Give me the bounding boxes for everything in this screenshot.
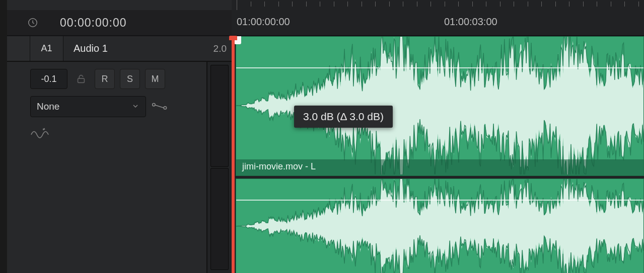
effect-dropdown-label: None [37,101,59,112]
timecode-row: 00:00:00:00 [7,10,232,36]
track-id[interactable]: A1 [30,36,63,61]
audio-clip-right[interactable] [236,178,644,273]
svg-point-3 [164,107,166,109]
left-stripe [0,0,7,273]
track-channels: 2.0 [213,43,232,54]
playhead[interactable] [232,36,235,273]
track-header: A1 Audio 1 2.0 [7,36,232,61]
timeline-tracks-area[interactable]: jimi-movie.mov - L 3.0 dB (Δ 3.0 dB) [232,36,644,273]
gain-tooltip: 3.0 dB (Δ 3.0 dB) [294,106,393,128]
solo-button[interactable]: S [120,69,140,89]
automation-curve-icon[interactable] [151,101,169,113]
chevron-down-icon [131,102,139,112]
clip-gain-line[interactable] [236,200,643,201]
meter-channel [210,65,229,167]
svg-point-2 [153,104,155,106]
clock-icon [27,17,47,28]
mute-button[interactable]: M [145,69,165,89]
meter-channel [210,168,229,270]
lock-icon[interactable] [73,73,90,84]
timecode-value[interactable]: 00:00:00:00 [47,16,127,30]
effect-dropdown[interactable]: None [30,96,146,117]
timeline[interactable]: 01:00:00:0001:00:03:00 jimi-movie.mov - … [232,0,644,273]
track-name[interactable]: Audio 1 [63,43,213,54]
svg-rect-1 [78,78,85,82]
track-color-block[interactable] [7,36,30,61]
record-arm-button[interactable]: R [95,69,115,89]
timeline-ruler[interactable]: 01:00:00:0001:00:03:00 [232,0,644,36]
track-panel: 00:00:00:00 A1 Audio 1 2.0 -0.1 R [7,0,232,273]
volume-field[interactable]: -0.1 [30,69,67,89]
clip-label: jimi-movie.mov - L [236,159,643,175]
waveform-edit-icon[interactable] [30,124,49,143]
track-meter [206,62,232,273]
clip-gain-line[interactable] [236,67,643,68]
